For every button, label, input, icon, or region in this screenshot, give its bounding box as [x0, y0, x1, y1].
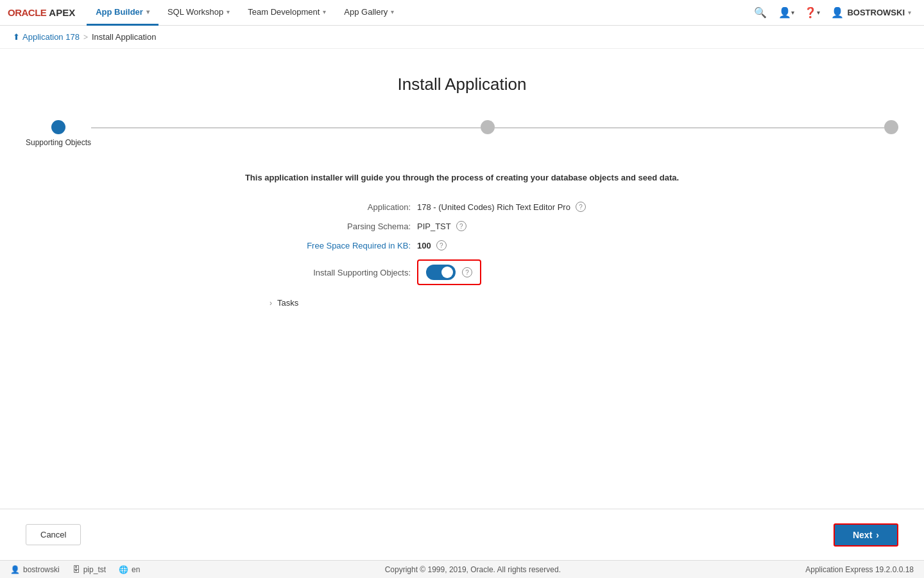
nav-sql-workshop[interactable]: SQL Workshop ▾ [158, 0, 239, 26]
status-user: 👤 bostrowski [10, 565, 60, 574]
step-3-circle [884, 120, 898, 134]
oracle-logo: ORACLE APEX [8, 7, 75, 18]
breadcrumb: ⬆ Application 178 > Install Application [0, 26, 924, 49]
step-1-label: Supporting Objects [26, 138, 91, 147]
user-chevron-icon: ▾ [908, 9, 911, 16]
tasks-section: › Tasks [26, 298, 898, 308]
install-objects-help-icon[interactable]: ? [462, 267, 472, 277]
wizard-step-1: Supporting Objects [26, 120, 91, 147]
nav-app-builder-label: App Builder [96, 7, 143, 17]
parsing-schema-value: PIP_TST ? [417, 221, 466, 231]
application-value-text: 178 - (United Codes) Rich Text Editor Pr… [417, 202, 570, 212]
cancel-button[interactable]: Cancel [26, 524, 81, 545]
nav-sql-workshop-label: SQL Workshop [167, 7, 223, 17]
page-title: Install Application [26, 74, 898, 94]
user-profile-button[interactable]: 👤 BOSTROWSKI ▾ [826, 4, 916, 21]
free-space-row: Free Space Required in KB: 100 ? [270, 240, 654, 250]
wizard-steps: Supporting Objects [26, 120, 898, 147]
parsing-schema-row: Parsing Schema: PIP_TST ? [270, 221, 654, 231]
nav-right-section: 🔍 👤 ▾ ❓ ▾ 👤 BOSTROWSKI ▾ [749, 1, 916, 24]
install-objects-toggle-wrapper: ? [417, 259, 481, 285]
status-copyright: Copyright © 1999, 2019, Oracle. All righ… [385, 565, 561, 574]
tasks-expand-icon: › [270, 299, 272, 308]
lang-status-icon: 🌐 [119, 565, 128, 574]
step-1-circle [51, 120, 65, 134]
step-line-2 [495, 127, 884, 128]
next-arrow-icon: › [876, 530, 879, 540]
status-bar: 👤 bostrowski 🗄 pip_tst 🌐 en Copyright © … [0, 560, 924, 578]
application-row: Application: 178 - (United Codes) Rich T… [270, 202, 654, 212]
copyright-text: Copyright © 1999, 2019, Oracle. All righ… [385, 565, 561, 574]
chevron-down-icon: ▾ [391, 8, 394, 15]
chevron-down-icon: ▾ [227, 8, 230, 15]
next-button[interactable]: Next › [834, 523, 898, 547]
status-lang: 🌐 en [119, 565, 140, 574]
nav-app-gallery-label: App Gallery [344, 7, 388, 17]
wizard-step-2 [481, 120, 495, 134]
step-2-circle [481, 120, 495, 134]
breadcrumb-current-page: Install Application [92, 32, 156, 42]
top-navigation: ORACLE APEX App Builder ▾ SQL Workshop ▾… [0, 0, 924, 26]
db-status-icon: 🗄 [73, 565, 80, 574]
next-button-label: Next [853, 530, 872, 540]
upload-icon: ⬆ [13, 32, 20, 42]
install-objects-toggle[interactable] [426, 265, 456, 280]
parsing-schema-label: Parsing Schema: [270, 222, 411, 231]
status-lang-text: en [132, 565, 140, 574]
chevron-down-icon: ▾ [323, 8, 326, 15]
nav-team-development-label: Team Development [248, 7, 320, 17]
form-section: Application: 178 - (United Codes) Rich T… [26, 202, 898, 285]
search-button[interactable]: 🔍 [749, 1, 772, 24]
apex-text: APEX [49, 7, 75, 18]
tasks-label: Tasks [277, 298, 298, 308]
user-name: BOSTROWSKI [847, 8, 905, 17]
status-version: Application Express 19.2.0.0.18 [805, 565, 914, 574]
oracle-text: ORACLE [8, 7, 46, 18]
nav-app-gallery[interactable]: App Gallery ▾ [335, 0, 403, 26]
status-user-text: bostrowski [23, 565, 60, 574]
toggle-slider [426, 265, 456, 280]
user-avatar-icon: 👤 [831, 6, 844, 19]
free-space-value-text: 100 [417, 241, 431, 250]
free-space-value: 100 ? [417, 240, 447, 250]
wizard-step-3 [884, 120, 898, 134]
install-objects-value: ? [417, 259, 481, 285]
breadcrumb-separator: > [83, 33, 88, 42]
status-db: 🗄 pip_tst [73, 565, 106, 574]
breadcrumb-home-link[interactable]: ⬆ Application 178 [13, 32, 80, 42]
application-label: Application: [270, 202, 411, 212]
help-button[interactable]: ❓ ▾ [800, 1, 823, 24]
free-space-help-icon[interactable]: ? [436, 240, 447, 250]
breadcrumb-home-label: Application 178 [22, 32, 80, 42]
user-menu-button[interactable]: 👤 ▾ [774, 1, 798, 24]
version-text: Application Express 19.2.0.0.18 [805, 565, 914, 574]
application-value: 178 - (United Codes) Rich Text Editor Pr… [417, 202, 586, 212]
footer-bar: Cancel Next › [0, 509, 924, 560]
main-content: Install Application Supporting Objects T… [13, 49, 911, 359]
nav-app-builder[interactable]: App Builder ▾ [87, 0, 158, 26]
parsing-schema-help-icon[interactable]: ? [456, 221, 466, 231]
application-help-icon[interactable]: ? [576, 202, 586, 212]
step-line-1 [91, 127, 481, 128]
parsing-schema-value-text: PIP_TST [417, 222, 451, 231]
nav-team-development[interactable]: Team Development ▾ [239, 0, 335, 26]
page-description: This application installer will guide yo… [26, 173, 898, 182]
status-db-text: pip_tst [83, 565, 106, 574]
tasks-row[interactable]: › Tasks [270, 298, 654, 308]
user-status-icon: 👤 [10, 565, 20, 574]
install-objects-label: Install Supporting Objects: [270, 268, 411, 277]
install-objects-row: Install Supporting Objects: ? [270, 259, 654, 285]
chevron-down-icon: ▾ [146, 8, 150, 15]
free-space-label: Free Space Required in KB: [270, 241, 411, 250]
